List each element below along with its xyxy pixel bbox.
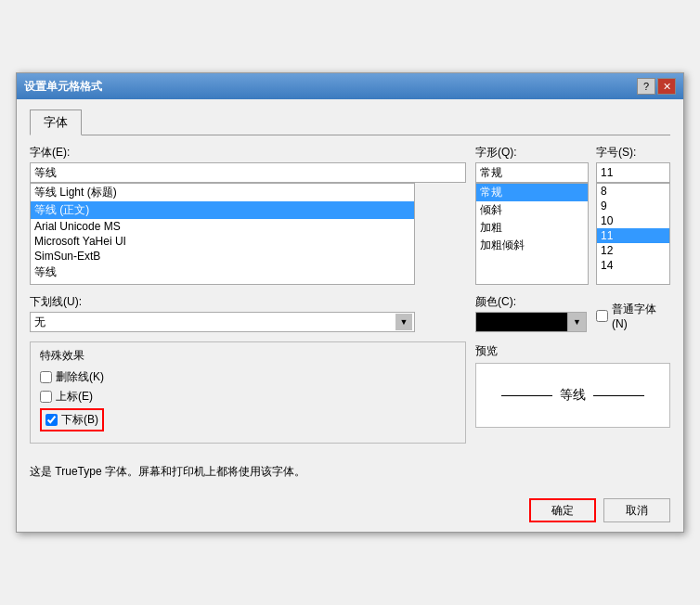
underline-section: 下划线(U): 无 ▼ bbox=[30, 294, 466, 332]
subscript-row: 下标(B) bbox=[40, 408, 456, 431]
list-item[interactable]: 14 bbox=[597, 258, 669, 273]
subscript-checkbox[interactable] bbox=[45, 414, 58, 426]
subscript-label: 下标(B) bbox=[61, 412, 98, 428]
list-item[interactable]: 倾斜 bbox=[476, 201, 588, 219]
font-style-label: 字形(Q): bbox=[475, 145, 589, 161]
dialog: 设置单元格格式 ? ✕ 字体 字体(E): 等线 Light (标题) 等线 (… bbox=[16, 72, 684, 533]
dialog-title: 设置单元格格式 bbox=[24, 79, 102, 95]
style-size-row: 字形(Q): 常规 倾斜 加粗 加粗倾斜 字号(S): bbox=[475, 145, 670, 285]
underline-dropdown-arrow[interactable]: ▼ bbox=[395, 314, 412, 330]
list-item[interactable]: 加粗倾斜 bbox=[476, 237, 588, 254]
superscript-row: 上标(E) bbox=[40, 389, 456, 405]
color-label: 颜色(C): bbox=[475, 294, 587, 310]
special-effects-title: 特殊效果 bbox=[40, 348, 456, 364]
color-select-wrapper: ▼ bbox=[475, 312, 587, 332]
font-size-label: 字号(S): bbox=[596, 145, 670, 161]
color-swatch[interactable] bbox=[475, 312, 568, 332]
font-name-label: 字体(E): bbox=[30, 145, 466, 161]
list-item[interactable]: 9 bbox=[597, 199, 669, 213]
list-item[interactable]: 加粗 bbox=[476, 219, 588, 237]
close-button[interactable]: ✕ bbox=[657, 78, 676, 95]
list-item[interactable]: 等线 bbox=[31, 264, 414, 281]
font-size-listbox[interactable]: 8 9 10 11 12 14 bbox=[596, 183, 670, 285]
underline-select[interactable]: 无 ▼ bbox=[30, 312, 415, 332]
underline-value[interactable]: 无 ▼ bbox=[30, 312, 415, 332]
strikethrough-checkbox[interactable] bbox=[40, 371, 52, 383]
bottom-buttons: 确定 取消 bbox=[17, 489, 683, 532]
cancel-button[interactable]: 取消 bbox=[603, 498, 670, 522]
preview-content: 等线 bbox=[501, 387, 644, 404]
special-effects-group: 特殊效果 删除线(K) 上标(E) 下标(B) bbox=[30, 341, 466, 444]
preview-section: 预览 等线 bbox=[475, 343, 670, 428]
ok-button[interactable]: 确定 bbox=[529, 498, 596, 522]
color-dropdown-btn[interactable]: ▼ bbox=[568, 312, 587, 332]
list-item[interactable]: 等线 Light (标题) bbox=[31, 184, 414, 201]
color-section: 颜色(C): ▼ 普通字体(N) bbox=[475, 294, 670, 332]
font-name-listbox[interactable]: 等线 Light (标题) 等线 (正文) Arial Unicode MS M… bbox=[30, 183, 415, 285]
strikethrough-row: 删除线(K) bbox=[40, 369, 456, 385]
form-area: 字体(E): 等线 Light (标题) 等线 (正文) Arial Unico… bbox=[30, 145, 670, 480]
preview-line-right bbox=[593, 395, 644, 396]
strikethrough-label: 删除线(K) bbox=[56, 369, 104, 385]
color-col: 颜色(C): ▼ bbox=[475, 294, 587, 332]
list-item[interactable]: Arial Unicode MS bbox=[31, 219, 414, 234]
tab-font[interactable]: 字体 bbox=[30, 109, 82, 135]
font-name-input[interactable] bbox=[30, 162, 466, 183]
list-item[interactable]: 10 bbox=[597, 213, 669, 228]
normal-font-label: 普通字体(N) bbox=[612, 302, 670, 330]
normal-font-checkbox[interactable] bbox=[596, 310, 608, 322]
right-column: 字形(Q): 常规 倾斜 加粗 加粗倾斜 字号(S): bbox=[475, 145, 670, 480]
font-style-input[interactable] bbox=[475, 162, 589, 183]
list-item[interactable]: 12 bbox=[597, 243, 669, 258]
list-item[interactable]: 8 bbox=[597, 184, 669, 199]
left-column: 字体(E): 等线 Light (标题) 等线 (正文) Arial Unico… bbox=[30, 145, 466, 480]
dialog-body: 字体 字体(E): 等线 Light (标题) 等线 (正文) Arial Un… bbox=[17, 99, 683, 489]
list-item-selected[interactable]: 常规 bbox=[476, 184, 588, 201]
list-item-selected[interactable]: 11 bbox=[597, 228, 669, 243]
preview-font-name: 等线 bbox=[560, 387, 586, 404]
title-bar: 设置单元格格式 ? ✕ bbox=[17, 73, 683, 99]
font-name-section: 字体(E): 等线 Light (标题) 等线 (正文) Arial Unico… bbox=[30, 145, 466, 285]
normal-font-col: 普通字体(N) bbox=[596, 302, 670, 332]
font-style-section: 字形(Q): 常规 倾斜 加粗 加粗倾斜 bbox=[475, 145, 589, 285]
list-item[interactable]: SimSun-ExtB bbox=[31, 249, 414, 264]
list-item[interactable]: Microsoft YaHei UI bbox=[31, 234, 414, 249]
preview-label: 预览 bbox=[475, 343, 670, 359]
help-button[interactable]: ? bbox=[637, 78, 655, 95]
preview-box: 等线 bbox=[475, 363, 670, 428]
superscript-label: 上标(E) bbox=[56, 389, 93, 405]
font-style-listbox[interactable]: 常规 倾斜 加粗 加粗倾斜 bbox=[475, 183, 589, 285]
list-item-selected[interactable]: 等线 (正文) bbox=[31, 201, 414, 219]
info-text: 这是 TrueType 字体。屏幕和打印机上都将使用该字体。 bbox=[30, 464, 466, 480]
tab-bar: 字体 bbox=[30, 109, 670, 135]
title-bar-buttons: ? ✕ bbox=[637, 78, 676, 95]
preview-line-left bbox=[501, 395, 552, 396]
font-size-input[interactable] bbox=[596, 162, 670, 183]
underline-label: 下划线(U): bbox=[30, 294, 466, 310]
superscript-checkbox[interactable] bbox=[40, 391, 52, 403]
font-size-section: 字号(S): 8 9 10 11 12 14 bbox=[596, 145, 670, 285]
